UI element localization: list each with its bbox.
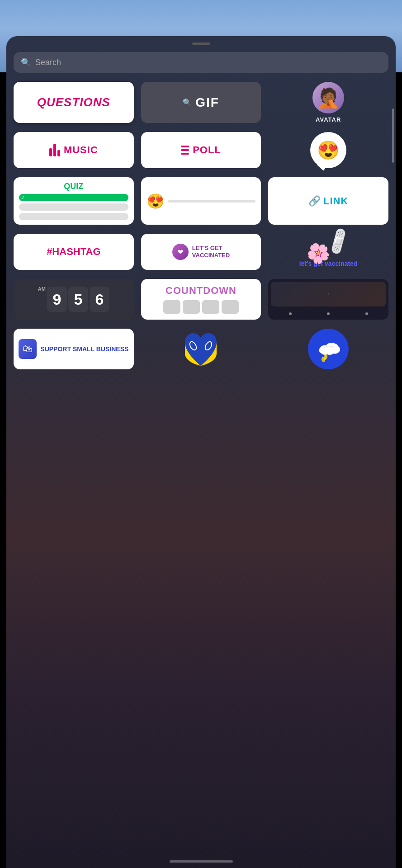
link-label: LINK — [323, 195, 348, 207]
biz-bag-icon: 🛍 — [19, 339, 37, 359]
avatar-label: AVATAR — [316, 116, 341, 123]
slider-emoji: 😍 — [147, 193, 165, 210]
sticker-slider[interactable]: 😍 — [141, 177, 261, 225]
poll-line-3 — [181, 153, 189, 155]
poll-line-2 — [181, 149, 189, 151]
music-bar-3 — [57, 150, 60, 156]
countdown-box-3 — [202, 300, 219, 314]
quiz-bar-wrong-2 — [19, 213, 128, 220]
ctrl-dot-2 — [327, 312, 330, 315]
sticker-small-business[interactable]: 🛍 SUPPORT SMALL BUSINESS — [14, 329, 134, 369]
vacc-icon-emoji: ❤ — [177, 248, 183, 256]
ctrl-dot-3 — [365, 312, 368, 315]
quiz-bar-correct: ✓ — [19, 194, 128, 201]
home-indicator — [170, 860, 233, 863]
sticker-music-player[interactable]: ♪ — [268, 279, 388, 320]
biz-bag-emoji: 🛍 — [23, 343, 33, 355]
countdown-box-1 — [163, 300, 180, 314]
sticker-questions[interactable]: QUESTIONS — [14, 82, 134, 123]
sticker-clock[interactable]: AM 9 5 6 — [14, 279, 134, 320]
scrollbar-track[interactable] — [392, 81, 394, 841]
sticker-music[interactable]: MUSIC — [14, 132, 134, 168]
drag-handle[interactable] — [192, 42, 210, 45]
countdown-label: COUNTDOWN — [166, 285, 236, 297]
vaccinated-heart-icon: ❤ — [172, 244, 189, 260]
vacc-art-label: let's get vaccinated — [299, 260, 358, 268]
sticker-link[interactable]: 🔗 LINK — [268, 177, 388, 225]
small-business-label: SUPPORT SMALL BUSINESS — [40, 345, 128, 353]
scrollbar-thumb — [392, 108, 394, 163]
ctrl-dot-1 — [289, 312, 292, 315]
clock-digit-hour: 9 — [47, 287, 67, 312]
sticker-vacc-art[interactable]: 🌸🩹 let's get vaccinated — [268, 234, 388, 270]
clock-digit-second: 6 — [90, 287, 109, 312]
search-placeholder: Search — [35, 58, 61, 67]
sticker-panel: 🔍 Search QUESTIONS 🔍 GIF 🤦🏾 AVATAR — [6, 36, 396, 868]
sticker-grid: QUESTIONS 🔍 GIF 🤦🏾 AVATAR MUSIC — [6, 82, 396, 369]
sticker-vaccinated[interactable]: ❤ LET'S GETVACCINATED — [141, 234, 261, 270]
sticker-poll[interactable]: POLL — [141, 132, 261, 168]
music-player-art-text: ♪ — [327, 292, 329, 296]
music-bars-icon — [49, 144, 60, 156]
clock-am-label: AM — [38, 286, 46, 292]
music-bar-2 — [53, 144, 56, 156]
hashtag-label: #HASHTAG — [47, 246, 100, 258]
sticker-ukraine-heart[interactable] — [141, 329, 261, 369]
music-player-controls — [271, 311, 386, 317]
ukraine-heart-svg — [180, 329, 221, 369]
quiz-check-icon: ✓ — [21, 195, 25, 201]
music-label: MUSIC — [64, 144, 98, 156]
sticker-quiz[interactable]: QUIZ ✓ — [14, 177, 134, 225]
link-icon: 🔗 — [308, 195, 321, 207]
sticker-avatar[interactable]: 🤦🏾 AVATAR — [268, 82, 388, 123]
gif-search-icon: 🔍 — [183, 98, 192, 107]
dove-circle — [308, 329, 349, 369]
music-bar-1 — [49, 148, 52, 156]
gif-label: GIF — [195, 95, 219, 110]
questions-label: QUESTIONS — [37, 95, 110, 109]
search-bar[interactable]: 🔍 Search — [14, 52, 388, 73]
avatar-image: 🤦🏾 — [312, 82, 344, 113]
ukraine-heart-image — [180, 329, 221, 369]
vaccinated-label: LET'S GETVACCINATED — [192, 245, 230, 259]
sticker-gif[interactable]: 🔍 GIF — [141, 82, 261, 123]
avatar-emoji: 🤦🏾 — [317, 87, 340, 109]
quiz-bars: ✓ — [19, 194, 128, 220]
music-player-art: ♪ — [271, 282, 386, 307]
emoji-bubble-emoji: 😍 — [317, 140, 340, 161]
sticker-hashtag[interactable]: #HASHTAG — [14, 234, 134, 270]
sticker-countdown[interactable]: COUNTDOWN — [141, 279, 261, 320]
countdown-box-4 — [222, 300, 239, 314]
quiz-label: QUIZ — [19, 182, 128, 191]
poll-lines-icon — [181, 146, 189, 155]
sticker-emoji-bubble[interactable]: 😍 — [310, 132, 346, 168]
dove-svg — [315, 335, 342, 363]
poll-label: POLL — [193, 144, 221, 156]
quiz-bar-wrong-1 — [19, 203, 128, 211]
countdown-boxes — [163, 300, 239, 314]
svg-point-2 — [331, 343, 335, 346]
clock-digit-minute: 5 — [68, 287, 88, 312]
slider-track — [168, 200, 256, 203]
search-icon: 🔍 — [21, 57, 31, 67]
sticker-dove[interactable] — [268, 329, 388, 369]
countdown-box-2 — [183, 300, 200, 314]
poll-line-1 — [181, 146, 189, 147]
